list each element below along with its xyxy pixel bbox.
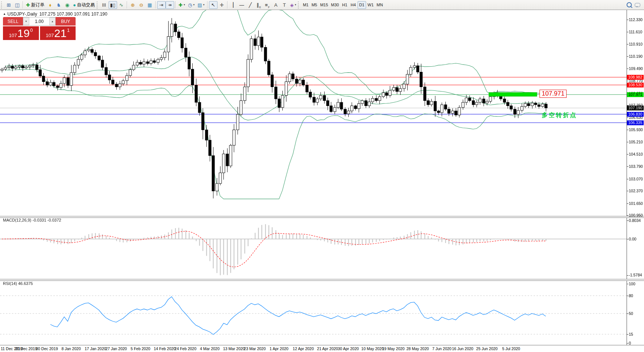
price-line-label: 106.830 xyxy=(627,112,644,117)
rsi-panel-separator[interactable] xyxy=(0,279,644,281)
rsi-tick-label: 50 xyxy=(629,311,633,316)
toolbar-grip[interactable] xyxy=(97,1,99,9)
toolbar-separator xyxy=(227,1,228,9)
bar-chart-icon[interactable]: ||| xyxy=(100,1,109,9)
auto-scroll-icon[interactable]: ↠ xyxy=(166,1,174,9)
toolbar-separator xyxy=(155,1,156,9)
price-axis-line xyxy=(627,10,627,345)
timeframe-label: M30 xyxy=(331,3,339,7)
search-icon xyxy=(627,2,632,7)
indicators-icon[interactable]: ✚▾ xyxy=(177,1,186,9)
date-label: 21 Apr 2020 xyxy=(317,346,338,351)
volume-input[interactable]: 1.00 xyxy=(29,17,49,25)
timeframe-button-m5[interactable]: M5 xyxy=(310,1,319,9)
profiles-icon[interactable]: ◫ xyxy=(13,1,21,9)
macd-panel-separator[interactable] xyxy=(0,216,644,218)
toolbar-grip[interactable] xyxy=(298,1,300,9)
chart-shift-icon[interactable]: ⇥ xyxy=(157,1,166,9)
collapse-panel-icon[interactable]: ▲ xyxy=(3,12,6,16)
timeframe-button-m1[interactable]: M1 xyxy=(301,1,310,9)
templates-icon: ▨ xyxy=(197,3,202,7)
history-center-icon[interactable]: ⬧ xyxy=(46,1,54,9)
auto-scroll-icon: ↠ xyxy=(168,3,172,7)
timeframe-button-mn[interactable]: MN xyxy=(375,1,384,9)
experts-icon[interactable]: ♞ xyxy=(54,1,63,9)
tile-windows-icon[interactable]: ▦ xyxy=(146,1,154,9)
dropdown-arrow-icon[interactable]: ▾ xyxy=(203,3,205,6)
new-order-icon-label: 新订单 xyxy=(31,2,44,8)
timeframe-button-h4[interactable]: H4 xyxy=(349,1,358,9)
periods-icon[interactable]: ◷▾ xyxy=(186,1,196,9)
dropdown-arrow-icon[interactable]: ▾ xyxy=(184,3,185,6)
zoom-in-icon[interactable]: ⊕ xyxy=(129,1,137,9)
text-icon[interactable]: A xyxy=(272,1,280,9)
note-annotation-text[interactable]: 多空转折点 xyxy=(542,112,577,119)
candlestick-chart-icon[interactable]: ▮▯ xyxy=(109,1,117,9)
trendline-icon[interactable]: ╱ xyxy=(246,1,255,9)
volume-increase-button[interactable]: ▲ xyxy=(49,17,56,25)
timeframe-button-w1[interactable]: W1 xyxy=(366,1,375,9)
buy-price-button[interactable]: 107 21 1 xyxy=(40,26,76,40)
date-label: 4 Mar 2020 xyxy=(200,346,219,351)
signals-icon[interactable]: ◉ xyxy=(63,1,72,9)
macd-tick-label: 0.00 xyxy=(629,237,636,241)
zoom-out-icon[interactable]: ⊖ xyxy=(137,1,146,9)
crosshair-icon[interactable]: ✛ xyxy=(218,1,226,9)
ohlc-values: 107.275 107.390 107.091 107.190 xyxy=(39,11,107,17)
price-line-label: 107.971 xyxy=(627,92,644,97)
timeframe-button-m15[interactable]: M15 xyxy=(319,1,329,9)
charts-icon: ⊞ xyxy=(7,3,11,7)
zoom-out-icon: ⊖ xyxy=(139,3,143,7)
timeframe-label: H1 xyxy=(342,3,347,7)
search-icon[interactable] xyxy=(625,1,633,9)
date-label: 16 Jun 2020 xyxy=(452,346,474,351)
fibonacci-icon[interactable]: ≡F xyxy=(263,1,272,9)
one-click-trading-panel: SELL ▼ 1.00 ▲ BUY 107 19 0 107 21 1 xyxy=(3,17,76,40)
price-tick-label: 109.490 xyxy=(629,66,643,71)
new-order-icon[interactable]: ✚新订单 xyxy=(24,1,46,9)
date-label: 14 Feb 2020 xyxy=(154,346,176,351)
timeframe-button-h1[interactable]: H1 xyxy=(341,1,349,9)
horizontal-line-icon[interactable]: — xyxy=(238,1,246,9)
arrows-icon[interactable]: ◈▾ xyxy=(289,1,298,9)
chart-shift-icon: ⇥ xyxy=(159,3,163,7)
autotrading-icon[interactable]: ●自动交易 xyxy=(72,1,96,9)
text-label-icon[interactable]: T xyxy=(280,1,289,9)
templates-icon[interactable]: ▨▾ xyxy=(196,1,206,9)
date-label: 5 Feb 2020 xyxy=(130,346,150,351)
timeframe-button-m30[interactable]: M30 xyxy=(329,1,340,9)
date-label: 30 Dec 2019 xyxy=(36,346,58,351)
tile-windows-icon: ▦ xyxy=(147,3,152,7)
date-label: 20 Dec 2019 xyxy=(15,346,37,351)
price-annotation-label[interactable]: 107.971 xyxy=(540,90,567,98)
chart-canvas[interactable] xyxy=(0,0,644,352)
line-chart-icon[interactable]: ∿ xyxy=(117,1,126,9)
channel-icon[interactable]: ∥E xyxy=(255,1,263,9)
dropdown-arrow-icon[interactable]: ▾ xyxy=(295,3,296,6)
chat-icon xyxy=(635,3,640,7)
timeframe-button-d1[interactable]: D1 xyxy=(358,1,366,9)
cursor-icon[interactable]: ↖ xyxy=(209,1,218,9)
sell-button[interactable]: SELL xyxy=(3,17,23,26)
price-tick-label: 111.610 xyxy=(629,30,642,34)
zoom-in-icon: ⊕ xyxy=(131,3,135,7)
sell-price-button[interactable]: 107 19 0 xyxy=(3,26,39,40)
toolbar-separator xyxy=(175,1,176,9)
charts-icon[interactable]: ⊞ xyxy=(4,1,13,9)
text-label-icon: T xyxy=(283,3,286,7)
date-label: 17 Jan 2020 xyxy=(85,346,106,351)
timeframe-label: M1 xyxy=(303,3,308,7)
fibonacci-icon: ≡ xyxy=(265,3,268,7)
price-tick-label: 105.210 xyxy=(629,140,643,144)
chat-icon[interactable] xyxy=(633,1,642,9)
date-label: 27 Jan 2020 xyxy=(106,346,127,351)
volume-decrease-button[interactable]: ▼ xyxy=(23,17,29,25)
chart-title: ▲USDJPY-,Daily107.275 107.390 107.091 10… xyxy=(3,11,107,17)
vertical-line-icon[interactable]: ⎮ xyxy=(229,1,238,9)
toolbar-grip[interactable] xyxy=(1,1,3,9)
buy-button[interactable]: BUY xyxy=(56,17,76,26)
dropdown-arrow-icon[interactable]: ▾ xyxy=(193,3,195,6)
price-tick-label: 110.190 xyxy=(629,54,643,59)
channel-icon: ∥ xyxy=(256,3,259,7)
autotrading-icon-label: 自动交易 xyxy=(77,2,95,8)
